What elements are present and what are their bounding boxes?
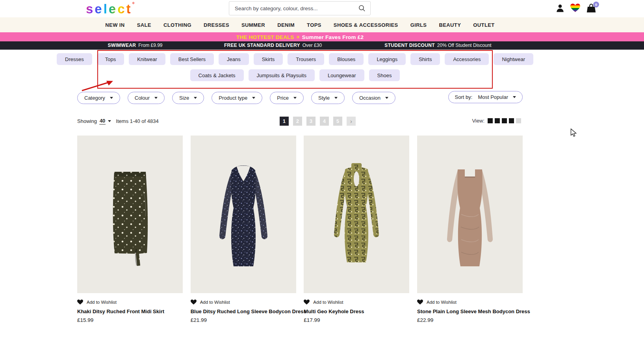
product-price: £22.99: [417, 317, 523, 323]
promo-rest-text: Summer Faves From £2: [302, 34, 364, 40]
chevron-down-icon: [110, 97, 113, 99]
quick-category-row-1: DressesTopsKnitwearBest SellersJeansSkir…: [97, 53, 493, 65]
page-button-2[interactable]: 2: [293, 117, 302, 126]
add-to-wishlist-button[interactable]: Add to Wishlist: [417, 299, 523, 305]
page-button-3[interactable]: 3: [306, 117, 316, 126]
site-logo[interactable]: select°: [86, 1, 135, 17]
nav-item-girls[interactable]: GIRLS: [410, 22, 427, 28]
product-name[interactable]: Blue Ditsy Ruched Long Sleeve Bodycon Dr…: [191, 308, 296, 314]
page-button-5[interactable]: 5: [333, 117, 342, 126]
product-image[interactable]: [191, 136, 296, 293]
quick-category-best-sellers[interactable]: Best Sellers: [170, 53, 214, 65]
sort-by-dropdown[interactable]: Sort by: Most Popular: [448, 91, 523, 103]
quick-category-knitwear[interactable]: Knitwear: [129, 53, 165, 65]
page: select°: [0, 0, 644, 353]
quick-category-shirts[interactable]: Shirts: [410, 53, 440, 65]
product-card-khaki-ditsy-ruched-front-midi-skirt: Add to WishlistKhaki Ditsy Ruched Front …: [77, 136, 183, 323]
product-price: £17.99: [304, 317, 409, 323]
product-photo-khaki-ditsy-ruched-front-midi-skirt: [77, 136, 183, 293]
page-button-1[interactable]: 1: [280, 117, 289, 126]
quick-category-jumpsuits-playsuits[interactable]: Jumpsuits & Playsuits: [249, 69, 315, 81]
product-card-multi-geo-keyhole-dress: Add to WishlistMulti Geo Keyhole Dress£1…: [304, 136, 409, 323]
rainbow-heart-icon[interactable]: [570, 4, 580, 14]
promo-banner[interactable]: THE HOTTEST DEALS☀Summer Faves From £2: [0, 32, 644, 41]
nav-item-outlet[interactable]: OUTLET: [473, 22, 494, 28]
heart-icon: [77, 299, 83, 305]
nav-item-new-in[interactable]: NEW IN: [105, 22, 124, 28]
product-name[interactable]: Multi Geo Keyhole Dress: [304, 308, 409, 314]
product-name[interactable]: Khaki Ditsy Ruched Front Midi Skirt: [77, 308, 183, 314]
add-to-wishlist-button[interactable]: Add to Wishlist: [191, 299, 296, 305]
nav-item-shoes-accessories[interactable]: SHOES & ACCESSORIES: [334, 22, 398, 28]
filter-price[interactable]: Price: [270, 92, 304, 104]
search-input[interactable]: [229, 6, 358, 11]
add-to-wishlist-button[interactable]: Add to Wishlist: [77, 299, 183, 305]
nav-item-clothing[interactable]: CLOTHING: [163, 22, 191, 28]
quick-category-dresses[interactable]: Dresses: [57, 53, 92, 65]
wishlist-label: Add to Wishlist: [427, 300, 457, 305]
pagination: 12345›: [280, 117, 356, 126]
showing-group: Showing 40 Items 1-40 of 4834: [77, 118, 159, 124]
product-image[interactable]: [304, 136, 409, 293]
view-option-5-icon[interactable]: [516, 118, 521, 123]
quick-category-accessories[interactable]: Accessories: [445, 53, 489, 65]
product-name[interactable]: Stone Plain Long Sleeve Mesh Bodycon Dre…: [417, 308, 523, 314]
product-photo-blue-ditsy-ruched-long-sleeve-bodycon-dress: [191, 136, 296, 293]
filter-row: CategoryColourSizeProduct typePriceStyle…: [77, 92, 523, 104]
filter-size[interactable]: Size: [172, 92, 204, 104]
nav-item-beauty[interactable]: BEAUTY: [439, 22, 461, 28]
quick-category-shoes[interactable]: Shoes: [369, 69, 400, 81]
quick-category-jeans[interactable]: Jeans: [219, 53, 249, 65]
filter-product-type[interactable]: Product type: [212, 92, 262, 104]
filter-occasion[interactable]: Occasion: [352, 92, 395, 104]
nav-item-tops[interactable]: TOPS: [307, 22, 321, 28]
cart-icon[interactable]: 0: [586, 4, 596, 15]
quick-category-leggings[interactable]: Leggings: [368, 53, 406, 65]
chevron-down-icon: [154, 97, 158, 99]
page-button-4[interactable]: 4: [320, 117, 329, 126]
logo-mark: °: [132, 1, 135, 7]
view-option-4-icon[interactable]: [509, 118, 514, 123]
add-to-wishlist-button[interactable]: Add to Wishlist: [304, 299, 409, 305]
product-card-blue-ditsy-ruched-long-sleeve-bodycon-dress: Add to WishlistBlue Ditsy Ruched Long Sl…: [191, 136, 296, 323]
nav-item-sale[interactable]: SALE: [137, 22, 151, 28]
quick-category-loungewear[interactable]: Loungewear: [319, 69, 364, 81]
header-icons: 0: [455, 0, 644, 17]
quick-category-coats-jackets[interactable]: Coats & Jackets: [190, 69, 244, 81]
chevron-down-icon: [252, 97, 255, 99]
quick-category-trousers[interactable]: Trousers: [288, 53, 324, 65]
product-price: £15.99: [77, 317, 183, 323]
heart-icon: [304, 299, 310, 305]
top-header: select°: [0, 0, 644, 17]
page-size-caret-icon[interactable]: [108, 120, 111, 122]
filter-style[interactable]: Style: [311, 92, 345, 104]
product-price: £21.99: [191, 317, 296, 323]
product-image[interactable]: [77, 136, 183, 293]
quick-category-blouses[interactable]: Blouses: [329, 53, 364, 65]
nav-item-dresses[interactable]: DRESSES: [204, 22, 229, 28]
quick-category-nightwear[interactable]: Nightwear: [494, 53, 533, 65]
wishlist-label: Add to Wishlist: [313, 300, 343, 305]
nav-item-summer[interactable]: SUMMER: [241, 22, 265, 28]
view-option-1-icon[interactable]: [488, 118, 493, 123]
filter-colour[interactable]: Colour: [128, 92, 165, 104]
quick-category-skirts[interactable]: Skirts: [254, 53, 283, 65]
quick-category-tops[interactable]: Tops: [97, 53, 124, 65]
heart-icon: [417, 299, 423, 305]
filter-category[interactable]: Category: [77, 92, 120, 104]
sort-by-label: Sort by:: [455, 94, 473, 100]
search-icon[interactable]: [358, 5, 366, 12]
product-grid: Add to WishlistKhaki Ditsy Ruched Front …: [77, 136, 523, 323]
main-nav: NEW INSALECLOTHINGDRESSESSUMMERDENIMTOPS…: [0, 22, 600, 28]
chevron-down-icon: [385, 97, 388, 99]
view-option-2-icon[interactable]: [495, 118, 500, 123]
quick-category-section: DressesTopsKnitwearBest SellersJeansSkir…: [97, 50, 493, 89]
sort-by-value: Most Popular: [478, 94, 508, 100]
view-option-3-icon[interactable]: [502, 118, 507, 123]
account-icon[interactable]: [555, 4, 565, 15]
next-page-button[interactable]: ›: [347, 117, 356, 126]
product-image[interactable]: [417, 136, 523, 293]
chevron-down-icon: [194, 97, 197, 99]
page-size-dropdown[interactable]: 40: [99, 118, 106, 124]
nav-item-denim[interactable]: DENIM: [277, 22, 295, 28]
